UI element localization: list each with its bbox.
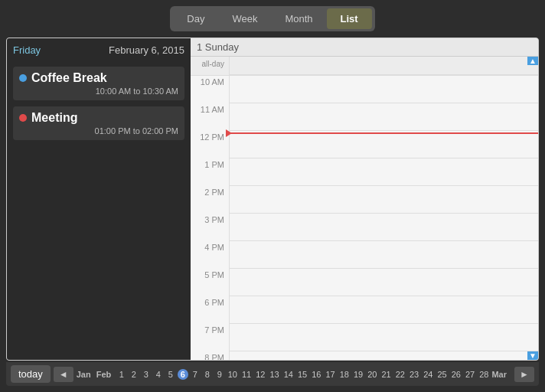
all-day-row: all-day — [191, 57, 538, 76]
calendar-main: Friday February 6, 2015 Coffee Break 10:… — [6, 38, 539, 361]
all-day-label: all-day — [191, 57, 229, 75]
mini-day-4[interactable]: 4 — [153, 369, 164, 380]
time-label-1pm: 1 PM — [191, 158, 229, 186]
time-row-4pm: 4 PM — [191, 241, 538, 269]
time-grid-container: 1 Sunday ▲ all-day 10 AM 11 AM — [191, 38, 538, 360]
mini-day-24[interactable]: 24 — [422, 369, 434, 380]
tab-month[interactable]: Month — [271, 8, 326, 29]
mini-day-12[interactable]: 12 — [254, 369, 266, 380]
month-label-feb: Feb — [96, 370, 115, 379]
time-row-7pm: 7 PM — [191, 324, 538, 351]
tab-bar: Day Week Month List — [170, 6, 374, 31]
time-grid-inner: all-day 10 AM 11 AM 12 PM — [191, 57, 538, 360]
time-label-7pm: 7 PM — [191, 324, 229, 351]
time-cell-4pm[interactable] — [229, 241, 538, 269]
time-row-12pm: 12 PM — [191, 131, 538, 158]
mini-day-5[interactable]: 5 — [165, 369, 176, 380]
event-name-coffee: Coffee Break — [31, 71, 107, 85]
time-label-5pm: 5 PM — [191, 269, 229, 296]
time-cell-5pm[interactable] — [229, 269, 538, 296]
mini-day-8[interactable]: 8 — [202, 369, 213, 380]
time-cell-12pm[interactable] — [229, 131, 538, 158]
time-cell-6pm[interactable] — [229, 296, 538, 324]
event-time-meeting: 01:00 PM to 02:00 PM — [19, 126, 178, 136]
event-panel: Friday February 6, 2015 Coffee Break 10:… — [7, 38, 191, 360]
mini-day-15[interactable]: 15 — [296, 369, 308, 380]
time-label-2pm: 2 PM — [191, 186, 229, 214]
time-cell-10am[interactable] — [229, 76, 538, 103]
current-time-line — [230, 132, 538, 134]
month-label-jan: Jan — [77, 370, 95, 379]
next-arrow-button[interactable]: ► — [514, 367, 534, 382]
event-title-coffee: Coffee Break — [19, 71, 178, 85]
prev-arrow-button[interactable]: ◄ — [54, 367, 73, 382]
time-cell-3pm[interactable] — [229, 214, 538, 241]
event-panel-day: Friday — [13, 44, 41, 56]
time-row-8pm: 8 PM — [191, 351, 538, 360]
event-time-coffee: 10:00 AM to 10:30 AM — [19, 87, 178, 96]
time-cell-11am[interactable] — [229, 103, 538, 131]
day-header-label: 1 Sunday — [197, 41, 239, 53]
mini-day-22[interactable]: 22 — [394, 369, 406, 380]
mini-day-2[interactable]: 2 — [129, 369, 139, 380]
mini-day-9[interactable]: 9 — [214, 369, 225, 380]
mini-day-3[interactable]: 3 — [141, 369, 152, 380]
time-grid-scroll[interactable]: ▲ all-day 10 AM 11 AM 12 PM — [191, 57, 538, 360]
event-title-meeting: Meeting — [19, 111, 178, 125]
tab-day[interactable]: Day — [173, 8, 218, 29]
month-label-mar: Mar — [491, 370, 510, 379]
event-panel-date: February 6, 2015 — [109, 44, 184, 56]
tab-list[interactable]: List — [327, 8, 372, 29]
event-panel-header: Friday February 6, 2015 — [13, 44, 184, 59]
mini-day-28[interactable]: 28 — [478, 369, 490, 380]
time-cell-1pm[interactable] — [229, 158, 538, 186]
all-day-cell — [229, 57, 538, 75]
mini-day-6[interactable]: 6 — [178, 369, 188, 380]
mini-day-11[interactable]: 11 — [240, 369, 253, 380]
mini-day-18[interactable]: 18 — [338, 369, 351, 380]
mini-day-16[interactable]: 16 — [310, 369, 322, 380]
time-label-12pm: 12 PM — [191, 131, 229, 158]
time-row-1pm: 1 PM — [191, 158, 538, 186]
time-cell-8pm[interactable] — [229, 351, 538, 360]
event-item-coffee[interactable]: Coffee Break 10:00 AM to 10:30 AM — [13, 67, 184, 100]
mini-day-10[interactable]: 10 — [227, 369, 239, 380]
mini-day-27[interactable]: 27 — [464, 369, 476, 380]
time-row-3pm: 3 PM — [191, 214, 538, 241]
time-label-4pm: 4 PM — [191, 241, 229, 269]
scroll-up-arrow[interactable]: ▲ — [527, 57, 538, 65]
mini-day-26[interactable]: 26 — [450, 369, 462, 380]
tab-week[interactable]: Week — [218, 8, 271, 29]
time-cell-7pm[interactable] — [229, 324, 538, 351]
time-label-6pm: 6 PM — [191, 296, 229, 324]
mini-day-14[interactable]: 14 — [282, 369, 295, 380]
mini-day-17[interactable]: 17 — [324, 369, 336, 380]
scroll-down-arrow[interactable]: ▼ — [527, 351, 538, 360]
mini-day-20[interactable]: 20 — [366, 369, 378, 380]
time-row-6pm: 6 PM — [191, 296, 538, 324]
time-label-10am: 10 AM — [191, 76, 229, 103]
bottom-bar: today ◄ JanFeb12345678910111213141516171… — [6, 362, 539, 386]
day-header: 1 Sunday — [191, 38, 538, 57]
mini-day-7[interactable]: 7 — [190, 369, 201, 380]
time-cell-2pm[interactable] — [229, 186, 538, 214]
time-label-11am: 11 AM — [191, 103, 229, 131]
time-row-10am: 10 AM — [191, 76, 538, 103]
mini-calendar-strip: JanFeb1234567891011121314151617181920212… — [77, 369, 511, 380]
mini-day-1[interactable]: 1 — [116, 369, 127, 380]
event-name-meeting: Meeting — [31, 111, 77, 125]
mini-day-23[interactable]: 23 — [408, 369, 420, 380]
mini-day-13[interactable]: 13 — [268, 369, 280, 380]
time-row-11am: 11 AM — [191, 103, 538, 131]
time-label-3pm: 3 PM — [191, 214, 229, 241]
mini-day-21[interactable]: 21 — [380, 369, 392, 380]
mini-day-19[interactable]: 19 — [352, 369, 364, 380]
mini-day-25[interactable]: 25 — [436, 369, 448, 380]
event-item-meeting[interactable]: Meeting 01:00 PM to 02:00 PM — [13, 106, 184, 140]
time-row-2pm: 2 PM — [191, 186, 538, 214]
time-row-5pm: 5 PM — [191, 269, 538, 296]
today-button[interactable]: today — [11, 365, 51, 383]
current-time-arrow — [226, 129, 232, 137]
event-dot-blue — [19, 74, 27, 82]
event-dot-red — [19, 114, 27, 122]
